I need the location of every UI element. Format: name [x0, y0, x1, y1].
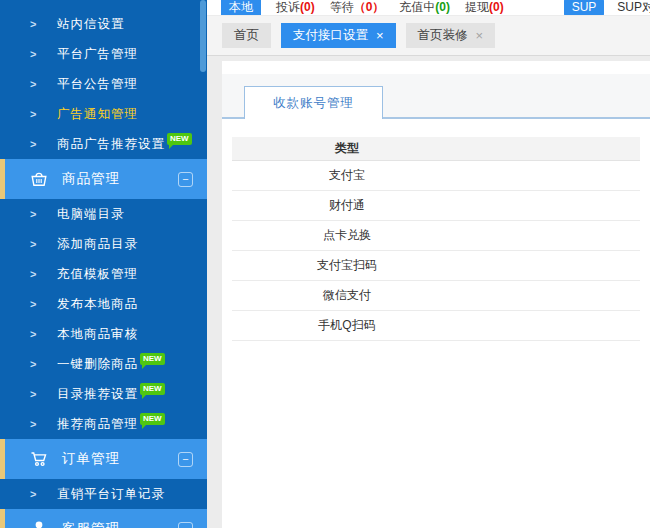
- local-button[interactable]: 本地: [221, 0, 261, 16]
- navbar-stat[interactable]: 等待（0）: [330, 0, 385, 16]
- navbar-stat[interactable]: 充值中(0): [399, 0, 450, 16]
- sidebar-item-label: 添加商品目录: [57, 236, 138, 253]
- chevron-right-icon: >: [30, 358, 42, 370]
- sidebar-item[interactable]: > 广告通知管理: [0, 99, 207, 129]
- section-label: 商品管理: [62, 170, 178, 188]
- stat-count: （0）: [354, 0, 385, 14]
- sidebar-item[interactable]: > 平台广告管理: [0, 39, 207, 69]
- section-label: 订单管理: [62, 450, 178, 468]
- stat-count: (0): [435, 0, 450, 14]
- payment-type-cell: 点卡兑换: [232, 227, 462, 244]
- payment-type-cell: 支付宝: [232, 167, 462, 184]
- new-badge: NEW: [140, 383, 165, 395]
- new-badge: NEW: [140, 413, 165, 425]
- table-header-row: 类型: [232, 137, 640, 161]
- chevron-right-icon: >: [30, 238, 42, 250]
- sidebar-item-label: 充值模板管理: [57, 266, 138, 283]
- sidebar-item-label: 商品广告推荐设置: [57, 136, 165, 153]
- new-badge: NEW: [140, 353, 165, 365]
- sidebar-item-label: 直销平台订单记录: [57, 486, 165, 503]
- table-row[interactable]: 财付通: [232, 191, 640, 221]
- payment-type-table: 类型 支付宝 财付通 点卡兑换: [232, 137, 640, 341]
- payment-type-cell: 微信支付: [232, 287, 462, 304]
- sidebar-item[interactable]: > 商品广告推荐设置 NEW: [0, 129, 207, 159]
- navbar-stats: 投诉(0) 等待（0） 充值中(0) 提现(0): [276, 0, 504, 16]
- stat-label: 提现: [465, 0, 489, 14]
- sidebar-item-label: 一键删除商品: [57, 356, 138, 373]
- page-tab[interactable]: 首页装修 ×: [406, 23, 496, 48]
- collapse-minus-icon[interactable]: −: [178, 522, 193, 528]
- sidebar-item[interactable]: > 电脑端目录: [0, 199, 207, 229]
- close-icon[interactable]: ×: [376, 28, 384, 43]
- sidebar-section-header[interactable]: 订单管理 −: [0, 439, 207, 479]
- sidebar-item-label: 广告通知管理: [57, 106, 138, 123]
- main-area: 本地 投诉(0) 等待（0） 充值中(0) 提现(0) SUP: [207, 0, 650, 528]
- sidebar-item[interactable]: > 充值模板管理: [0, 259, 207, 289]
- payment-panel: 收款账号管理 类型 支付宝 财付通: [222, 61, 650, 528]
- sidebar-item[interactable]: > 站内信设置: [0, 9, 207, 39]
- chevron-right-icon: >: [30, 48, 42, 60]
- stat-label: 等待: [330, 0, 354, 14]
- sidebar-item-label: 站内信设置: [57, 16, 125, 33]
- sidebar-section-header[interactable]: 商品管理 −: [0, 159, 207, 199]
- tab-label: 首页装修: [418, 27, 468, 44]
- table-row[interactable]: 微信支付: [232, 281, 640, 311]
- sidebar-item[interactable]: > 本地商品审核: [0, 319, 207, 349]
- table-body: 支付宝 财付通 点卡兑换 支付宝扫码: [232, 161, 640, 341]
- collapse-minus-icon[interactable]: −: [178, 172, 193, 187]
- sidebar-item[interactable]: > 一键删除商品 NEW: [0, 349, 207, 379]
- sidebar-item[interactable]: > 添加商品目录: [0, 229, 207, 259]
- sup-link[interactable]: SUP对接: [617, 0, 650, 16]
- tab-collection-accounts[interactable]: 收款账号管理: [244, 86, 383, 119]
- stat-count: (0): [300, 0, 315, 14]
- section-label: 客服管理: [62, 520, 178, 528]
- column-header-type: 类型: [232, 140, 462, 157]
- content-area: 收款账号管理 类型 支付宝 财付通: [207, 56, 650, 528]
- page-tab[interactable]: 支付接口设置 ×: [281, 23, 396, 48]
- stat-label: 充值中: [399, 0, 435, 14]
- sidebar-item[interactable]: > 推荐商品管理 NEW: [0, 409, 207, 439]
- collapse-minus-icon[interactable]: −: [178, 452, 193, 467]
- tab-label: 支付接口设置: [293, 27, 368, 44]
- page-tab[interactable]: 首页: [222, 23, 271, 48]
- table-row[interactable]: 支付宝扫码: [232, 251, 640, 281]
- payment-type-cell: 手机Q扫码: [232, 317, 462, 334]
- tab-bar: 首页 支付接口设置 × 首页装修 ×: [207, 16, 650, 56]
- sidebar-item[interactable]: > 直销平台订单记录: [0, 479, 207, 509]
- new-badge: NEW: [167, 133, 192, 145]
- sidebar-section-header[interactable]: 客服管理 −: [0, 509, 207, 528]
- sidebar-item[interactable]: > 发布本地商品: [0, 289, 207, 319]
- sidebar-item-label: 平台广告管理: [57, 46, 138, 63]
- sidebar-item-label: 推荐商品管理: [57, 416, 138, 433]
- sidebar-item-label: 本地商品审核: [57, 326, 138, 343]
- stat-label: 投诉: [276, 0, 300, 14]
- chevron-right-icon: >: [30, 208, 42, 220]
- close-icon[interactable]: ×: [476, 28, 484, 43]
- chevron-right-icon: >: [30, 488, 42, 500]
- sidebar-scrollbar[interactable]: [200, 0, 206, 72]
- tab-label: 首页: [234, 27, 259, 44]
- person-icon: [29, 519, 49, 528]
- top-navbar: 本地 投诉(0) 等待（0） 充值中(0) 提现(0) SUP: [207, 0, 650, 16]
- navbar-stat[interactable]: 投诉(0): [276, 0, 315, 16]
- navbar-stat[interactable]: 提现(0): [465, 0, 504, 16]
- table-row[interactable]: 手机Q扫码: [232, 311, 640, 341]
- table-row[interactable]: 点卡兑换: [232, 221, 640, 251]
- chevron-right-icon: >: [30, 138, 42, 150]
- sidebar: > 站内信设置 > 平台广告管理 > 平台公告管理 > 广告通知管理: [0, 0, 207, 528]
- panel-tab-strip: 收款账号管理: [222, 74, 650, 119]
- chevron-right-icon: >: [30, 298, 42, 310]
- chevron-right-icon: >: [30, 268, 42, 280]
- sup-button[interactable]: SUP: [564, 0, 605, 16]
- sidebar-item[interactable]: > 目录推荐设置 NEW: [0, 379, 207, 409]
- sidebar-menu: > 站内信设置 > 平台广告管理 > 平台公告管理 > 广告通知管理: [0, 0, 207, 528]
- sidebar-item-label: 目录推荐设置: [57, 386, 138, 403]
- basket-icon: [29, 169, 49, 189]
- payment-type-cell: 支付宝扫码: [232, 257, 462, 274]
- table-row[interactable]: 支付宝: [232, 161, 640, 191]
- chevron-right-icon: >: [30, 388, 42, 400]
- chevron-right-icon: >: [30, 328, 42, 340]
- sidebar-item-label: 电脑端目录: [57, 206, 125, 223]
- sidebar-item[interactable]: > 平台公告管理: [0, 69, 207, 99]
- sidebar-item-label: 平台公告管理: [57, 76, 138, 93]
